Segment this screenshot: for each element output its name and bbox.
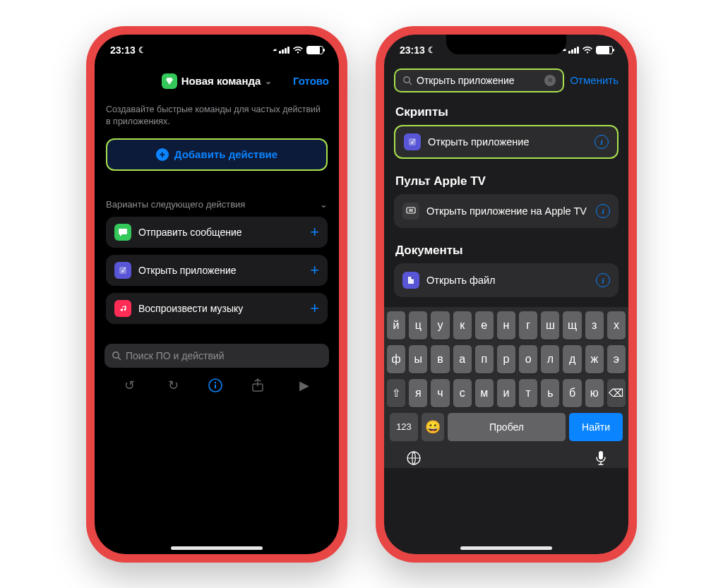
key-ц[interactable]: ц bbox=[409, 311, 427, 340]
add-action-button[interactable]: + Добавить действие bbox=[106, 138, 328, 171]
key-о[interactable]: о bbox=[519, 345, 537, 373]
section-title: Скрипты bbox=[384, 100, 628, 125]
keyboard-123[interactable]: 123 bbox=[390, 413, 418, 441]
svg-rect-4 bbox=[215, 384, 216, 388]
file-icon bbox=[402, 272, 419, 289]
key-ы[interactable]: ы bbox=[409, 345, 427, 373]
search-placeholder: Поиск ПО и действий bbox=[126, 350, 225, 361]
key-а[interactable]: а bbox=[453, 345, 472, 373]
undo-button[interactable]: ↺ bbox=[120, 378, 138, 393]
home-indicator[interactable] bbox=[171, 546, 263, 550]
key-я[interactable]: я bbox=[409, 379, 427, 407]
add-icon[interactable]: + bbox=[310, 299, 319, 318]
app-icon bbox=[114, 262, 131, 279]
result-row[interactable]: Открыть приложение на Apple TV i bbox=[394, 194, 619, 228]
suggestion-label: Отправить сообщение bbox=[138, 227, 242, 238]
cellular-icon bbox=[279, 47, 289, 54]
add-icon[interactable]: + bbox=[310, 223, 319, 241]
done-button[interactable]: Готово bbox=[293, 75, 329, 87]
nav-bar: Новая команда ⌄ Готово bbox=[95, 66, 339, 97]
key-н[interactable]: н bbox=[497, 311, 515, 340]
info-icon[interactable]: i bbox=[596, 204, 610, 218]
key-з[interactable]: з bbox=[585, 311, 604, 340]
phone-left: 23:13 ☾ ▪▪ Новая команда ⌄ Готово bbox=[86, 26, 347, 563]
search-icon bbox=[112, 351, 121, 361]
suggestion-row[interactable]: Воспроизвести музыку + bbox=[106, 293, 328, 324]
wifi-icon bbox=[292, 46, 304, 54]
key-с[interactable]: с bbox=[453, 379, 472, 407]
cancel-button[interactable]: Отменить bbox=[570, 74, 619, 86]
key-ш[interactable]: ш bbox=[541, 311, 559, 340]
key-м[interactable]: м bbox=[475, 379, 494, 407]
key-ж[interactable]: ж bbox=[585, 345, 604, 373]
search-field[interactable]: Открыть приложение ✕ bbox=[394, 68, 564, 92]
suggestion-row[interactable]: Отправить сообщение + bbox=[106, 217, 328, 248]
svg-point-3 bbox=[215, 381, 216, 383]
find-key[interactable]: Найти bbox=[569, 413, 623, 441]
key-й[interactable]: й bbox=[387, 311, 405, 340]
key-ф[interactable]: ф bbox=[387, 345, 405, 373]
key-х[interactable]: х bbox=[607, 311, 626, 340]
add-icon[interactable]: + bbox=[310, 261, 319, 280]
key-р[interactable]: р bbox=[497, 345, 515, 373]
search-icon bbox=[402, 76, 412, 85]
delete-key[interactable]: ⌫ bbox=[607, 379, 626, 407]
info-icon[interactable]: i bbox=[596, 273, 610, 287]
clear-icon[interactable]: ✕ bbox=[544, 75, 556, 86]
notch bbox=[157, 35, 277, 54]
space-key[interactable]: Пробел bbox=[448, 413, 566, 441]
key-ч[interactable]: ч bbox=[431, 379, 449, 407]
result-label: Открыть файл bbox=[426, 275, 496, 286]
app-icon bbox=[404, 133, 421, 150]
mic-icon[interactable] bbox=[594, 450, 607, 467]
key-и[interactable]: и bbox=[497, 379, 515, 407]
key-к[interactable]: к bbox=[453, 311, 472, 340]
key-г[interactable]: г bbox=[519, 311, 537, 340]
search-field[interactable]: Поиск ПО и действий bbox=[104, 344, 329, 368]
bottom-toolbar: ↺ ↻ ▶ bbox=[95, 373, 339, 404]
key-щ[interactable]: щ bbox=[563, 311, 581, 340]
home-indicator[interactable] bbox=[460, 546, 552, 550]
key-ю[interactable]: ю bbox=[585, 379, 604, 407]
key-у[interactable]: у bbox=[431, 311, 449, 340]
result-label: Открыть приложение на Apple TV bbox=[426, 205, 587, 217]
music-icon bbox=[114, 300, 131, 317]
key-п[interactable]: п bbox=[475, 345, 494, 373]
dnd-moon-icon: ☾ bbox=[428, 45, 436, 55]
shift-key[interactable]: ⇧ bbox=[387, 379, 405, 407]
suggestion-label: Открыть приложение bbox=[138, 265, 237, 276]
plus-circle-icon: + bbox=[156, 148, 169, 161]
svg-point-6 bbox=[404, 76, 410, 82]
section-title: Документы bbox=[384, 238, 628, 263]
keyboard: йцукенгшщзх фывапролджэ ⇧ячсмитьбю⌫ 123 … bbox=[384, 307, 628, 468]
add-action-label: Добавить действие bbox=[174, 148, 277, 160]
key-д[interactable]: д bbox=[563, 345, 581, 373]
key-в[interactable]: в bbox=[431, 345, 449, 373]
play-button[interactable]: ▶ bbox=[295, 378, 313, 393]
suggestions-header[interactable]: Варианты следующего действия ⌄ bbox=[106, 199, 328, 210]
key-е[interactable]: е bbox=[475, 311, 494, 340]
key-л[interactable]: л bbox=[541, 345, 559, 373]
cellular-icon bbox=[568, 47, 579, 54]
chevron-down-icon: ⌄ bbox=[320, 199, 328, 210]
key-э[interactable]: э bbox=[607, 345, 626, 373]
globe-icon[interactable] bbox=[405, 450, 422, 467]
key-т[interactable]: т bbox=[519, 379, 537, 407]
result-row[interactable]: Открыть приложение i bbox=[394, 125, 619, 159]
hint-text: Создавайте быстрые команды для частых де… bbox=[106, 104, 328, 128]
result-row[interactable]: Открыть файл i bbox=[394, 263, 619, 297]
share-button[interactable] bbox=[251, 378, 270, 392]
keyboard-row-3: ⇧ячсмитьбю⌫ bbox=[387, 379, 626, 407]
nav-title: Новая команда bbox=[181, 75, 261, 87]
section-title: Пульт Apple TV bbox=[384, 169, 628, 194]
keyboard-row-1: йцукенгшщзх bbox=[387, 311, 626, 340]
key-б[interactable]: б bbox=[563, 379, 581, 407]
chevron-down-icon[interactable]: ⌄ bbox=[265, 76, 272, 86]
key-ь[interactable]: ь bbox=[541, 379, 559, 407]
info-button[interactable] bbox=[208, 378, 226, 393]
redo-button[interactable]: ↻ bbox=[164, 378, 182, 393]
info-icon[interactable]: i bbox=[594, 135, 609, 149]
message-icon bbox=[114, 224, 131, 241]
suggestion-row[interactable]: Открыть приложение + bbox=[106, 255, 328, 286]
emoji-key[interactable]: 😀 bbox=[422, 413, 444, 441]
